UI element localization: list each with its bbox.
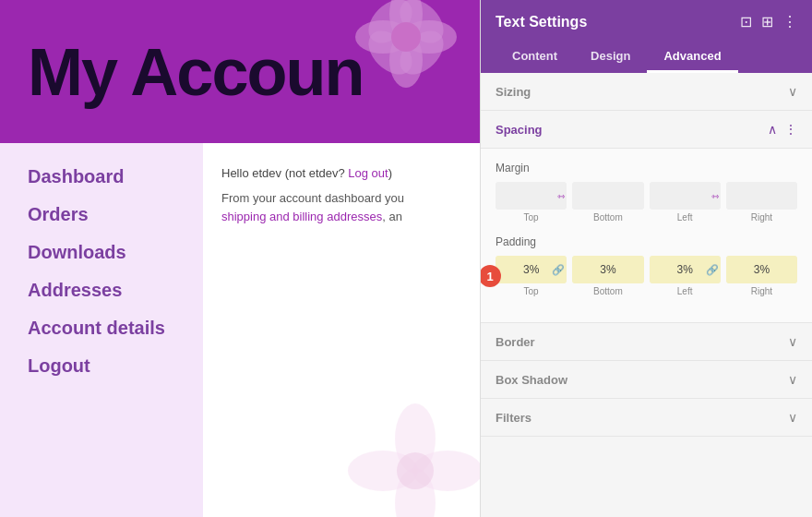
margin-right-field: Right <box>726 182 797 222</box>
logout-link[interactable]: Log out <box>348 166 388 180</box>
sidebar-nav: Dashboard Orders Downloads Addresses Acc… <box>0 143 203 517</box>
margin-left-field: ⇿ Left <box>650 182 721 222</box>
flower-decoration <box>351 0 461 92</box>
padding-fields: 1 3% 🔗 Top 3% Bottom 3% <box>496 256 797 296</box>
margin-right-label: Right <box>751 212 772 222</box>
border-label: Border <box>496 335 535 349</box>
spacing-content: Margin ⇿ Top Bottom <box>481 149 812 323</box>
filters-label: Filters <box>496 411 531 425</box>
padding-link-left-right: 🔗 <box>706 264 719 276</box>
account-description: From your account dashboard you shipping… <box>221 189 461 225</box>
margin-right-input[interactable] <box>726 182 797 210</box>
margin-link-left-right: ⇿ <box>711 191 719 201</box>
bottom-decoration <box>341 397 480 517</box>
panel-title: Text Settings <box>496 14 587 30</box>
panel-tabs: Content Design Advanced <box>496 42 797 73</box>
padding-left-input[interactable]: 3% 🔗 <box>650 256 721 283</box>
tab-design[interactable]: Design <box>574 42 647 73</box>
filters-section-header[interactable]: Filters ∨ <box>481 399 812 437</box>
margin-top-field: ⇿ Top <box>496 182 567 222</box>
spacing-section-header[interactable]: Spacing ∧ ⋮ <box>481 111 812 149</box>
padding-bottom-label: Bottom <box>593 286 623 296</box>
padding-right-input[interactable]: 3% <box>726 256 797 283</box>
panel-icons: ⊡ ⊞ ⋮ <box>740 13 797 30</box>
box-shadow-label: Box Shadow <box>496 373 567 387</box>
padding-left-label: Left <box>677 286 693 296</box>
tab-content[interactable]: Content <box>496 42 574 73</box>
padding-right-label: Right <box>751 286 772 296</box>
box-shadow-section-header[interactable]: Box Shadow ∨ <box>481 361 812 399</box>
padding-top-label: Top <box>524 286 539 296</box>
padding-bottom-input[interactable]: 3% <box>572 256 643 283</box>
margin-link-top-bottom: ⇿ <box>557 191 565 201</box>
padding-bottom-field: 3% Bottom <box>572 256 643 296</box>
addresses-link[interactable]: shipping and billing addresses <box>221 210 382 223</box>
margin-left-input[interactable]: ⇿ <box>650 182 721 210</box>
preview-area: My Accoun Dashboard Orders Downloads Add… <box>0 0 480 517</box>
nav-addresses[interactable]: Addresses <box>28 280 175 301</box>
margin-bottom-field: Bottom <box>572 182 643 222</box>
margin-bottom-label: Bottom <box>593 212 623 222</box>
border-section-header[interactable]: Border ∨ <box>481 323 812 361</box>
spacing-header-left: Spacing <box>496 123 543 137</box>
padding-label: Padding <box>496 235 797 248</box>
spacing-chevron: ∧ <box>768 122 777 137</box>
margin-bottom-input[interactable] <box>572 182 643 210</box>
margin-left-label: Left <box>677 212 693 222</box>
svg-point-8 <box>391 22 421 52</box>
more-icon[interactable]: ⋮ <box>782 13 797 30</box>
nav-orders[interactable]: Orders <box>28 204 175 225</box>
margin-fields: ⇿ Top Bottom ⇿ Left <box>496 182 797 222</box>
spacing-dots[interactable]: ⋮ <box>784 122 797 137</box>
padding-right-field: 3% Right <box>726 256 797 296</box>
nav-downloads[interactable]: Downloads <box>28 242 175 263</box>
settings-panel: Text Settings ⊡ ⊞ ⋮ Content Design Advan… <box>480 0 812 517</box>
padding-top-field: 3% 🔗 Top <box>496 256 567 296</box>
margin-label: Margin <box>496 162 797 174</box>
panel-header: Text Settings ⊡ ⊞ ⋮ Content Design Advan… <box>481 0 812 73</box>
sizing-label: Sizing <box>496 85 531 99</box>
margin-top-label: Top <box>524 212 539 222</box>
padding-top-input[interactable]: 3% 🔗 <box>496 256 567 283</box>
border-chevron: ∨ <box>788 334 797 349</box>
filters-chevron: ∨ <box>788 410 797 425</box>
tab-advanced[interactable]: Advanced <box>647 42 737 73</box>
nav-account-details[interactable]: Account details <box>28 318 175 339</box>
hello-text: Hello etdev (not etdev? Log out) <box>221 166 461 180</box>
padding-link-top-bottom: 🔗 <box>552 264 565 276</box>
nav-logout[interactable]: Logout <box>28 355 175 377</box>
nav-dashboard[interactable]: Dashboard <box>28 166 175 187</box>
page-title: My Accoun <box>28 39 363 105</box>
panel-body: Sizing ∨ Spacing ∧ ⋮ Margin ⇿ <box>481 73 812 517</box>
margin-top-input[interactable]: ⇿ <box>496 182 567 210</box>
spacing-label: Spacing <box>496 123 543 137</box>
panel-title-row: Text Settings ⊡ ⊞ ⋮ <box>496 13 797 30</box>
box-shadow-chevron: ∨ <box>788 372 797 387</box>
svg-point-13 <box>397 452 434 489</box>
grid-icon[interactable]: ⊞ <box>761 13 773 30</box>
sizing-chevron: ∨ <box>788 84 797 99</box>
expand-icon[interactable]: ⊡ <box>740 13 752 30</box>
padding-left-field: 3% 🔗 Left <box>650 256 721 296</box>
sizing-section-header[interactable]: Sizing ∨ <box>481 73 812 111</box>
